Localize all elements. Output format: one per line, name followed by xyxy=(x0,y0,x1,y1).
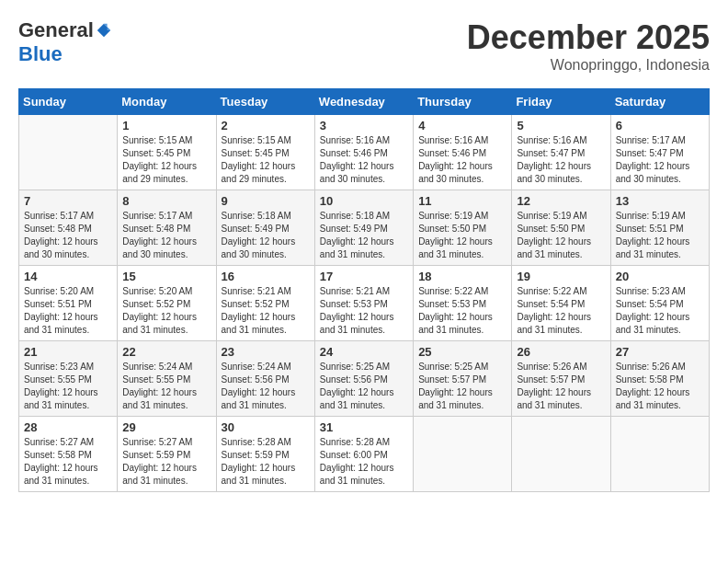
day-number: 24 xyxy=(320,345,408,359)
calendar-cell: 25Sunrise: 5:25 AMSunset: 5:57 PMDayligh… xyxy=(414,341,512,417)
calendar-cell: 14Sunrise: 5:20 AMSunset: 5:51 PMDayligh… xyxy=(19,266,118,341)
calendar-cell: 19Sunrise: 5:22 AMSunset: 5:54 PMDayligh… xyxy=(512,266,610,341)
day-info: Sunrise: 5:22 AMSunset: 5:53 PMDaylight:… xyxy=(418,285,506,337)
calendar-cell: 27Sunrise: 5:26 AMSunset: 5:58 PMDayligh… xyxy=(610,341,709,417)
day-number: 21 xyxy=(24,345,112,359)
day-number: 7 xyxy=(24,194,112,208)
calendar-cell: 16Sunrise: 5:21 AMSunset: 5:52 PMDayligh… xyxy=(216,266,314,341)
day-info: Sunrise: 5:17 AMSunset: 5:48 PMDaylight:… xyxy=(24,210,112,261)
day-number: 9 xyxy=(222,194,310,208)
day-number: 4 xyxy=(418,119,506,132)
calendar-cell: 28Sunrise: 5:27 AMSunset: 5:58 PMDayligh… xyxy=(19,417,118,492)
header-monday: Monday xyxy=(118,89,216,115)
calendar-header-row: SundayMondayTuesdayWednesdayThursdayFrid… xyxy=(19,89,710,115)
day-number: 31 xyxy=(320,420,408,434)
day-number: 3 xyxy=(320,119,408,132)
day-number: 22 xyxy=(122,345,210,359)
day-number: 1 xyxy=(122,119,210,132)
calendar-cell: 29Sunrise: 5:27 AMSunset: 5:59 PMDayligh… xyxy=(118,417,216,492)
page-header: General Blue December 2025 Wonopringgo, … xyxy=(18,18,710,74)
day-info: Sunrise: 5:21 AMSunset: 5:52 PMDaylight:… xyxy=(222,285,310,337)
calendar-cell: 2Sunrise: 5:15 AMSunset: 5:45 PMDaylight… xyxy=(216,115,314,190)
calendar-cell: 18Sunrise: 5:22 AMSunset: 5:53 PMDayligh… xyxy=(414,266,512,341)
logo-blue-text: Blue xyxy=(18,42,63,66)
header-thursday: Thursday xyxy=(414,89,512,115)
calendar-cell: 6Sunrise: 5:17 AMSunset: 5:47 PMDaylight… xyxy=(610,115,709,190)
header-saturday: Saturday xyxy=(610,89,709,115)
calendar-cell: 20Sunrise: 5:23 AMSunset: 5:54 PMDayligh… xyxy=(610,266,709,341)
calendar-cell: 26Sunrise: 5:26 AMSunset: 5:57 PMDayligh… xyxy=(512,341,610,417)
logo-general-text: General xyxy=(18,18,94,42)
month-title: December 2025 xyxy=(467,18,710,57)
day-number: 2 xyxy=(222,119,310,132)
location: Wonopringgo, Indonesia xyxy=(467,57,710,74)
calendar-cell: 13Sunrise: 5:19 AMSunset: 5:51 PMDayligh… xyxy=(610,190,709,266)
day-info: Sunrise: 5:23 AMSunset: 5:55 PMDaylight:… xyxy=(24,361,112,412)
day-info: Sunrise: 5:17 AMSunset: 5:48 PMDaylight:… xyxy=(122,210,210,261)
day-number: 26 xyxy=(517,345,605,359)
day-number: 10 xyxy=(320,194,408,208)
day-number: 5 xyxy=(517,119,605,132)
day-info: Sunrise: 5:15 AMSunset: 5:45 PMDaylight:… xyxy=(122,134,210,186)
calendar-week-row: 7Sunrise: 5:17 AMSunset: 5:48 PMDaylight… xyxy=(19,190,710,266)
day-info: Sunrise: 5:26 AMSunset: 5:58 PMDaylight:… xyxy=(616,361,704,412)
day-info: Sunrise: 5:20 AMSunset: 5:52 PMDaylight:… xyxy=(122,285,210,337)
header-tuesday: Tuesday xyxy=(216,89,314,115)
day-info: Sunrise: 5:21 AMSunset: 5:53 PMDaylight:… xyxy=(320,285,408,337)
calendar-cell: 24Sunrise: 5:25 AMSunset: 5:56 PMDayligh… xyxy=(314,341,413,417)
day-info: Sunrise: 5:23 AMSunset: 5:54 PMDaylight:… xyxy=(616,285,704,337)
calendar-cell: 4Sunrise: 5:16 AMSunset: 5:46 PMDaylight… xyxy=(414,115,512,190)
day-info: Sunrise: 5:15 AMSunset: 5:45 PMDaylight:… xyxy=(222,134,310,186)
day-info: Sunrise: 5:17 AMSunset: 5:47 PMDaylight:… xyxy=(616,134,704,186)
day-info: Sunrise: 5:16 AMSunset: 5:46 PMDaylight:… xyxy=(320,134,408,186)
calendar-table: SundayMondayTuesdayWednesdayThursdayFrid… xyxy=(18,88,710,492)
calendar-cell: 22Sunrise: 5:24 AMSunset: 5:55 PMDayligh… xyxy=(118,341,216,417)
calendar-week-row: 28Sunrise: 5:27 AMSunset: 5:58 PMDayligh… xyxy=(19,417,710,492)
calendar-cell xyxy=(414,417,512,492)
calendar-cell: 15Sunrise: 5:20 AMSunset: 5:52 PMDayligh… xyxy=(118,266,216,341)
calendar-cell: 17Sunrise: 5:21 AMSunset: 5:53 PMDayligh… xyxy=(314,266,413,341)
calendar-cell: 8Sunrise: 5:17 AMSunset: 5:48 PMDaylight… xyxy=(118,190,216,266)
title-block: December 2025 Wonopringgo, Indonesia xyxy=(467,18,710,74)
calendar-cell: 21Sunrise: 5:23 AMSunset: 5:55 PMDayligh… xyxy=(19,341,118,417)
calendar-cell: 23Sunrise: 5:24 AMSunset: 5:56 PMDayligh… xyxy=(216,341,314,417)
day-info: Sunrise: 5:24 AMSunset: 5:55 PMDaylight:… xyxy=(122,361,210,412)
day-number: 11 xyxy=(418,194,506,208)
day-info: Sunrise: 5:27 AMSunset: 5:59 PMDaylight:… xyxy=(122,436,210,488)
logo: General Blue xyxy=(18,18,112,66)
day-info: Sunrise: 5:16 AMSunset: 5:47 PMDaylight:… xyxy=(517,134,605,186)
day-info: Sunrise: 5:19 AMSunset: 5:50 PMDaylight:… xyxy=(418,210,506,261)
day-info: Sunrise: 5:18 AMSunset: 5:49 PMDaylight:… xyxy=(222,210,310,261)
day-info: Sunrise: 5:25 AMSunset: 5:56 PMDaylight:… xyxy=(320,361,408,412)
day-number: 28 xyxy=(24,420,112,434)
day-info: Sunrise: 5:22 AMSunset: 5:54 PMDaylight:… xyxy=(517,285,605,337)
calendar-cell: 7Sunrise: 5:17 AMSunset: 5:48 PMDaylight… xyxy=(19,190,118,266)
day-info: Sunrise: 5:18 AMSunset: 5:49 PMDaylight:… xyxy=(320,210,408,261)
day-number: 23 xyxy=(222,345,310,359)
day-number: 14 xyxy=(24,270,112,283)
calendar-cell: 1Sunrise: 5:15 AMSunset: 5:45 PMDaylight… xyxy=(118,115,216,190)
header-friday: Friday xyxy=(512,89,610,115)
calendar-cell xyxy=(512,417,610,492)
header-wednesday: Wednesday xyxy=(314,89,413,115)
day-number: 19 xyxy=(517,270,605,283)
day-number: 12 xyxy=(517,194,605,208)
calendar-week-row: 1Sunrise: 5:15 AMSunset: 5:45 PMDaylight… xyxy=(19,115,710,190)
calendar-cell: 9Sunrise: 5:18 AMSunset: 5:49 PMDaylight… xyxy=(216,190,314,266)
day-info: Sunrise: 5:16 AMSunset: 5:46 PMDaylight:… xyxy=(418,134,506,186)
day-info: Sunrise: 5:19 AMSunset: 5:50 PMDaylight:… xyxy=(517,210,605,261)
day-number: 27 xyxy=(616,345,704,359)
calendar-cell: 12Sunrise: 5:19 AMSunset: 5:50 PMDayligh… xyxy=(512,190,610,266)
calendar-week-row: 21Sunrise: 5:23 AMSunset: 5:55 PMDayligh… xyxy=(19,341,710,417)
day-number: 6 xyxy=(616,119,704,132)
day-info: Sunrise: 5:19 AMSunset: 5:51 PMDaylight:… xyxy=(616,210,704,261)
calendar-cell xyxy=(19,115,118,190)
day-number: 20 xyxy=(616,270,704,283)
day-number: 18 xyxy=(418,270,506,283)
day-info: Sunrise: 5:24 AMSunset: 5:56 PMDaylight:… xyxy=(222,361,310,412)
calendar-cell: 11Sunrise: 5:19 AMSunset: 5:50 PMDayligh… xyxy=(414,190,512,266)
day-number: 29 xyxy=(122,420,210,434)
calendar-cell: 30Sunrise: 5:28 AMSunset: 5:59 PMDayligh… xyxy=(216,417,314,492)
day-number: 25 xyxy=(418,345,506,359)
day-number: 13 xyxy=(616,194,704,208)
